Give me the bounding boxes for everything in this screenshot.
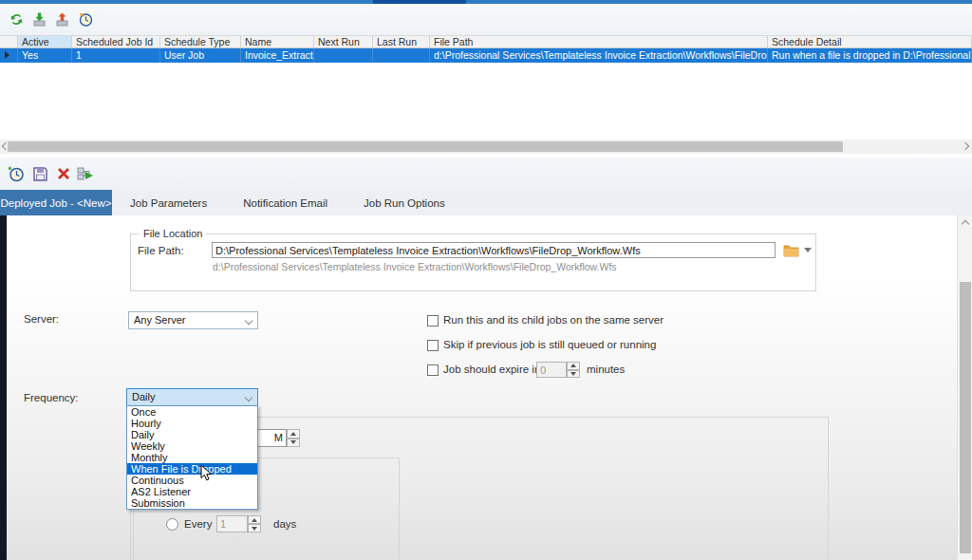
frequency-option-continuous[interactable]: Continuous [127, 475, 257, 486]
column-header-scheduled-job-id[interactable]: Scheduled Job Id [72, 35, 160, 48]
cell-file-path: d:\Professional Services\Templateless In… [430, 48, 768, 63]
jobs-table-header-row: Active Scheduled Job Id Schedule Type Na… [0, 35, 972, 48]
horizontal-scrollbar[interactable] [0, 140, 972, 154]
browse-dropdown-icon[interactable] [803, 245, 813, 254]
cell-active: Yes [18, 48, 72, 63]
spin-up-icon[interactable] [567, 362, 580, 370]
column-header-schedule-detail[interactable]: Schedule Detail [768, 35, 972, 48]
frequency-label: Frequency: [24, 392, 79, 403]
chevron-down-icon [245, 394, 252, 401]
column-header-name[interactable]: Name [241, 35, 314, 48]
expire-minutes-input[interactable]: 0 [536, 362, 567, 378]
expire-minutes-spinner[interactable] [567, 362, 580, 378]
file-path-input[interactable]: D:\Professional Services\Templateless In… [212, 242, 776, 258]
tab-job-parameters[interactable]: Job Parameters [112, 190, 225, 215]
file-location-group: File Location File Path: D:\Professional… [130, 233, 816, 291]
delete-x-icon[interactable] [54, 164, 73, 183]
left-dark-strip [0, 215, 7, 560]
server-combo[interactable]: Any Server [128, 311, 258, 329]
scheduled-jobs-table: Active Scheduled Job Id Schedule Type Na… [0, 35, 972, 64]
schedule-clock-icon[interactable] [76, 9, 95, 28]
column-header-active[interactable]: Active [18, 35, 72, 48]
frequency-combo[interactable]: Daily [126, 388, 258, 406]
frequency-option-hourly[interactable]: Hourly [127, 418, 257, 429]
cell-last-run [373, 48, 430, 63]
frequency-option-submission[interactable]: Submission [127, 497, 257, 509]
skip-if-queued-checkbox[interactable] [427, 340, 439, 351]
cell-scheduled-job-id: 1 [72, 48, 160, 63]
spin-down-icon[interactable] [567, 370, 580, 379]
skip-if-queued-label: Skip if previous job is still queued or … [443, 339, 656, 350]
vertical-scrollbar[interactable] [957, 215, 972, 560]
export-icon[interactable] [52, 9, 71, 28]
import-icon[interactable] [29, 9, 48, 28]
expire-minutes-suffix: minutes [587, 364, 625, 375]
vertical-scrollbar-thumb[interactable] [960, 282, 971, 553]
cell-next-run [314, 48, 373, 63]
new-schedule-clock-icon[interactable] [7, 164, 26, 183]
frequency-option-once[interactable]: Once [127, 406, 257, 418]
spin-down-icon[interactable] [248, 524, 261, 532]
frequency-dropdown-list: Once Hourly Daily Weekly Monthly When Fi… [126, 405, 258, 510]
save-icon[interactable] [30, 164, 49, 183]
same-server-checkbox[interactable] [427, 315, 439, 327]
every-label: Every [184, 518, 212, 530]
server-label: Server: [24, 313, 59, 325]
column-header-file-path[interactable]: File Path [430, 35, 768, 48]
spin-down-icon[interactable] [287, 439, 300, 448]
cell-name: Invoice_Extraction [241, 48, 314, 63]
row-selector-cell[interactable] [0, 48, 18, 64]
file-path-label: File Path: [138, 245, 184, 256]
job-toolbar [0, 158, 972, 190]
run-job-icon[interactable] [76, 164, 95, 183]
column-header-schedule-type[interactable]: Schedule Type [160, 35, 241, 48]
table-row[interactable]: Yes 1 User Job Invoice_Extraction d:\Pro… [0, 48, 972, 64]
cell-schedule-type: User Job [160, 48, 241, 63]
job-detail-tabs: Deployed Job - <New> Job Parameters Noti… [0, 190, 972, 215]
row-selector-header [0, 35, 18, 48]
frequency-option-daily[interactable]: Daily [127, 429, 257, 440]
every-days-spinner[interactable] [248, 515, 261, 532]
column-header-next-run[interactable]: Next Run [314, 35, 373, 48]
frequency-option-monthly[interactable]: Monthly [127, 452, 257, 463]
cell-schedule-detail: Run when a file is dropped in D:\Profess… [768, 48, 972, 63]
daily-time-spinner[interactable] [287, 429, 300, 447]
browse-folder-icon[interactable] [781, 241, 800, 259]
tab-job-run-options[interactable]: Job Run Options [346, 190, 463, 215]
tab-deployed-job[interactable]: Deployed Job - <New> [0, 190, 112, 215]
frequency-option-when-file-is-dropped[interactable]: When File is Dropped [127, 463, 257, 475]
scroll-up-icon[interactable] [963, 221, 968, 227]
refresh-icon[interactable] [7, 9, 26, 28]
every-days-input[interactable]: 1 [216, 515, 248, 532]
spin-up-icon[interactable] [248, 515, 261, 524]
scroll-right-icon[interactable] [963, 143, 968, 150]
job-expire-label: Job should expire in [443, 364, 540, 375]
table-empty-area [0, 63, 972, 140]
spin-up-icon[interactable] [287, 429, 300, 439]
chevron-down-icon [245, 317, 252, 325]
tab-notification-email[interactable]: Notification Email [225, 190, 346, 215]
column-header-last-run[interactable]: Last Run [373, 35, 430, 48]
horizontal-scrollbar-thumb[interactable] [8, 141, 843, 152]
every-days-radio[interactable] [166, 518, 178, 531]
same-server-label: Run this and its child jobs on the same … [443, 314, 664, 326]
mouse-cursor-icon [200, 464, 213, 486]
file-location-legend: File Location [140, 228, 206, 240]
job-expire-checkbox[interactable] [427, 364, 439, 376]
every-days-suffix: days [273, 518, 296, 530]
frequency-combo-value: Daily [132, 391, 155, 402]
file-path-hint: d:\Professional Services\Templateless In… [213, 261, 775, 272]
frequency-option-weekly[interactable]: Weekly [127, 440, 257, 452]
frequency-option-as2-listener[interactable]: AS2 Listener [127, 486, 257, 497]
scheduler-toolbar [0, 4, 972, 35]
current-row-arrow-icon [5, 51, 9, 59]
server-combo-value: Any Server [134, 314, 185, 326]
